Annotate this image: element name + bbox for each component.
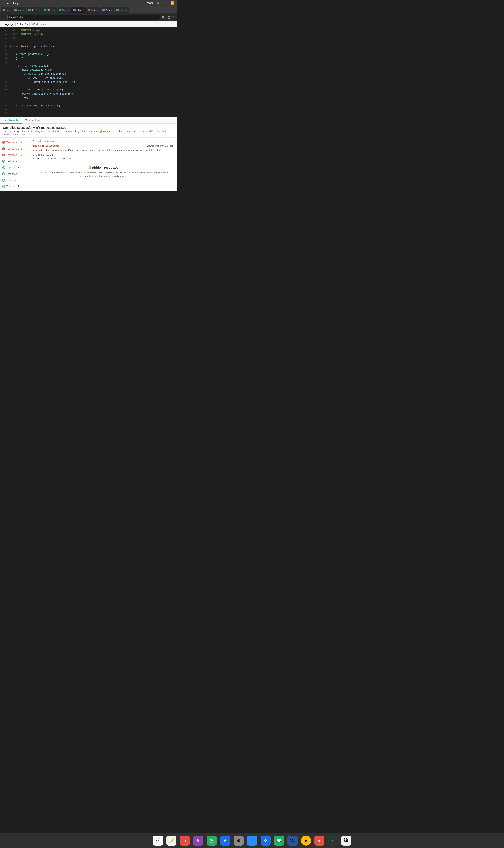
tab-close-jobs[interactable]: ✕ <box>38 9 40 11</box>
tab-your2[interactable]: Your ✕ <box>100 7 114 13</box>
tab-close-rk[interactable]: ✕ <box>8 9 10 11</box>
code-content-27: if pos + j != badIndex: <box>10 76 175 80</box>
test-case-1-label: Test case 1 <box>6 166 19 169</box>
tab-close-your2[interactable]: ✕ <box>111 9 112 11</box>
code-content-28: next_positions.add(pos + j) <box>10 80 175 84</box>
code-content-33 <box>10 100 175 104</box>
tab-rk[interactable]: rk ✕ <box>1 7 12 13</box>
code-line-19: 19 def maxIndex(steps, badIndex): <box>0 44 177 49</box>
code-line-18: 18 <box>0 41 177 45</box>
pass-icon-0: ✓ <box>2 160 5 163</box>
test-case-2-label: Test case 2 <box>6 173 19 175</box>
code-line-27: 27 if pos + j != badIndex: <box>0 76 177 80</box>
code-line-33: 33 <box>0 100 177 104</box>
test-case-3-item[interactable]: ✓ Test case 3 <box>0 177 29 183</box>
tab-close-inbox[interactable]: ✕ <box>96 9 98 11</box>
back-button[interactable]: ‹ <box>2 15 3 19</box>
tab-your[interactable]: Your ✕ <box>57 7 71 13</box>
test-case-2-item[interactable]: ✓ Test case 2 <box>0 171 29 177</box>
tab-close-muh[interactable]: ✕ <box>23 9 24 11</box>
code-line-35: 35 <box>0 108 177 112</box>
fail-icon-5: ! <box>2 147 5 150</box>
hidden-test-title: 🔒Hidden Test Case <box>36 166 170 169</box>
line-num-36: 36 <box>2 111 7 115</box>
code-content-23 <box>10 60 175 64</box>
menu-item-help[interactable]: Help <box>13 1 19 5</box>
test-tabs: Test Results Custom Input <box>0 117 177 124</box>
address-bar: ‹ › 🔍 ⊡ ☆ <box>0 14 177 21</box>
code-line-28: 28 next_positions.add(pos + j) <box>0 80 177 84</box>
tab-muh[interactable]: Muh ✕ <box>13 7 26 13</box>
code-line-20: 20 <box>0 49 177 52</box>
tab-favicon-chat <box>73 9 76 11</box>
zoom-icon2: ⊡ <box>164 1 166 5</box>
tab-chat[interactable]: Chat ✕ <box>71 7 86 13</box>
tab-label-your: Your <box>62 9 67 11</box>
tab-close-your[interactable]: ✕ <box>68 9 69 11</box>
code-line-32: 32 j+=1 <box>0 96 177 100</box>
tab-favicon-your2 <box>102 9 105 11</box>
test-case-5-item[interactable]: ! Test case 5 🔒 <box>0 146 29 152</box>
code-line-26: 26 for pos in current_positions: <box>0 72 177 76</box>
forward-button[interactable]: › <box>4 15 5 19</box>
tab-close-site[interactable]: ✕ <box>53 9 55 11</box>
code-content-22: j = 1 <box>10 56 175 60</box>
code-line-34: 34 return max(current_positions) <box>0 104 177 108</box>
code-content-17: # <box>10 37 175 41</box>
compiler-message-label: Compiler Message <box>33 140 173 143</box>
code-editor[interactable]: 15 # 1. INTEGER steps 16 # 2. INTEGER ba… <box>0 27 177 117</box>
tab-inbox[interactable]: Inbo ✕ <box>86 7 100 13</box>
address-input[interactable] <box>7 15 160 20</box>
line-num-24: 24 <box>2 64 7 68</box>
test-right-panel: Compiler Message Time limit exceeded All… <box>30 138 177 192</box>
code-content-35 <box>10 108 175 112</box>
bookmark-icon[interactable]: ☆ <box>172 15 175 19</box>
line-num-28: 28 <box>2 80 7 84</box>
tab-label-rk: rk <box>6 9 8 11</box>
code-content-26: for pos in current_positions: <box>10 72 175 76</box>
code-content-19: def maxIndex(steps, badIndex): <box>10 44 175 49</box>
code-content-16: # 2. INTEGER badIndex <box>10 33 175 37</box>
test-case-1-item[interactable]: ✓ Test case 1 <box>0 164 29 171</box>
line-num-23: 23 <box>2 60 7 64</box>
line-num-30: 30 <box>2 88 7 92</box>
browser-chrome: rk ✕ Muh ✕ Job S ✕ Site I ✕ Your ✕ Chat … <box>0 6 177 21</box>
hidden-test-description: Use print or log statements to debug why… <box>36 171 170 178</box>
hidden-test-section: 🔒Hidden Test Case Use print or log state… <box>33 162 173 181</box>
search-icon[interactable]: 🔍 <box>162 15 166 19</box>
reader-icon[interactable]: ⊡ <box>167 15 170 19</box>
line-num-34: 34 <box>2 104 7 108</box>
language-label: Language <box>2 23 14 26</box>
code-content-21: current_positions = {0} <box>10 52 175 56</box>
test-case-6-item[interactable]: ! Test case 6 🔒 <box>0 152 29 158</box>
fail-icon-4: ! <box>2 141 5 144</box>
time-limit-label: Allowed time limit: 10 secs <box>146 144 173 147</box>
code-line-15: 15 # 1. INTEGER steps <box>0 29 177 33</box>
tab-label-your2: Your <box>105 9 110 11</box>
output-label: Your Output (stdout) <box>33 154 173 156</box>
tab-site[interactable]: Site I ✕ <box>42 7 57 13</box>
tab-favicon-hack <box>116 9 119 11</box>
test-case-7-item[interactable]: ✓ Test case 7 <box>0 183 29 190</box>
tab-label-inbox: Inbo <box>91 9 95 11</box>
tab-close-hack[interactable]: ✕ <box>126 9 127 11</box>
code-content-24: for _ in range(steps): <box>10 64 175 68</box>
line-num-26: 26 <box>2 72 7 76</box>
lock-icon-4: 🔒 <box>20 141 23 143</box>
tab-custom-input[interactable]: Custom Input <box>22 117 44 124</box>
line-num-21: 21 <box>2 52 7 56</box>
tab-favicon-muh <box>14 9 17 11</box>
code-line-16: 16 # 2. INTEGER badIndex <box>0 33 177 37</box>
language-select[interactable]: Python 3 ▾ <box>15 22 30 26</box>
tab-hack[interactable]: Hack ✕ <box>114 7 129 13</box>
test-case-4-item[interactable]: ! Test case 4 🔒 <box>0 139 29 146</box>
code-line-22: 22 j = 1 <box>0 56 177 60</box>
test-case-0-item[interactable]: ✓ Test case 0 <box>0 158 29 164</box>
results-subtitle: Use print or log statements to debug why… <box>3 130 174 135</box>
menu-item-window[interactable]: ndow <box>2 1 9 5</box>
tab-jobs[interactable]: Job S ✕ <box>27 7 42 13</box>
tab-close-chat[interactable]: ✕ <box>82 9 84 11</box>
fail-icon-6: ! <box>2 154 5 157</box>
tab-label-muh: Muh <box>17 9 22 11</box>
tab-test-results[interactable]: Test Results <box>0 117 22 124</box>
